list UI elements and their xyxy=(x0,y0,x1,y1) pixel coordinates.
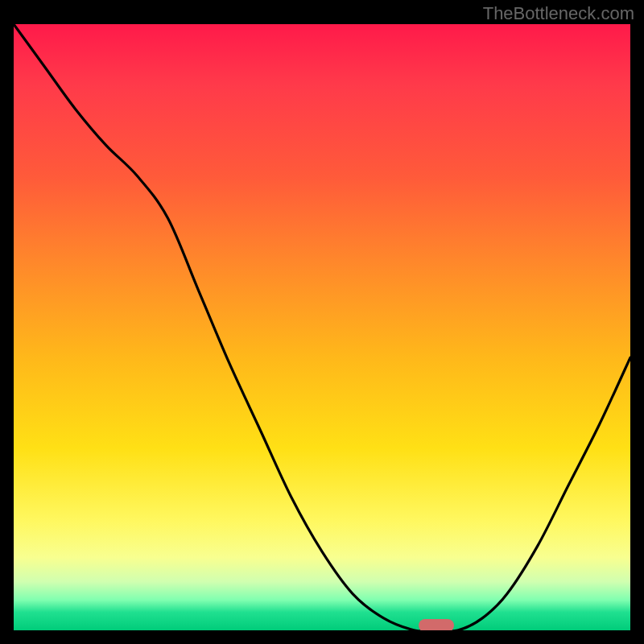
optimal-point-marker xyxy=(419,619,454,630)
watermark-text: TheBottleneck.com xyxy=(483,3,634,24)
plot-area xyxy=(14,24,630,630)
bottleneck-curve xyxy=(14,24,630,630)
